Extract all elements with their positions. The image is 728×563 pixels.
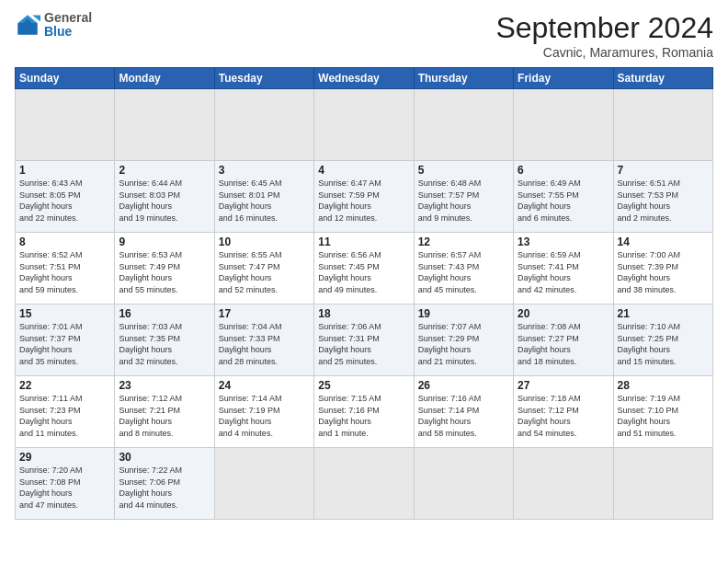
table-cell: 30Sunrise: 7:22 AMSunset: 7:06 PMDayligh… [115,448,214,520]
table-cell: 10Sunrise: 6:55 AMSunset: 7:47 PMDayligh… [214,233,313,304]
col-fri: Friday [514,68,613,89]
table-cell: 5Sunrise: 6:48 AMSunset: 7:57 PMDaylight… [414,161,513,233]
day-number: 15 [19,307,110,320]
day-number: 7 [618,164,709,177]
table-cell: 12Sunrise: 6:57 AMSunset: 7:43 PMDayligh… [414,233,513,304]
table-cell [214,89,313,161]
day-info: Sunrise: 6:59 AMSunset: 7:41 PMDaylight … [518,249,609,295]
day-number: 22 [19,379,110,392]
table-cell [214,448,313,520]
day-info: Sunrise: 7:07 AMSunset: 7:29 PMDaylight … [418,321,509,367]
day-info: Sunrise: 7:18 AMSunset: 7:12 PMDaylight … [518,393,609,439]
day-info: Sunrise: 7:01 AMSunset: 7:37 PMDaylight … [19,321,110,367]
day-info: Sunrise: 6:52 AMSunset: 7:51 PMDaylight … [19,249,110,295]
day-info: Sunrise: 6:45 AMSunset: 8:01 PMDaylight … [219,178,310,224]
day-info: Sunrise: 6:53 AMSunset: 7:49 PMDaylight … [119,249,210,295]
day-info: Sunrise: 6:57 AMSunset: 7:43 PMDaylight … [418,249,509,295]
logo-icon [15,12,40,38]
table-cell: 9Sunrise: 6:53 AMSunset: 7:49 PMDaylight… [115,233,214,304]
subtitle: Cavnic, Maramures, Romania [495,45,713,60]
table-cell: 27Sunrise: 7:18 AMSunset: 7:12 PMDayligh… [514,376,613,448]
table-cell: 1Sunrise: 6:43 AMSunset: 8:05 PMDaylight… [16,161,115,233]
table-row: 29Sunrise: 7:20 AMSunset: 7:08 PMDayligh… [16,448,713,520]
table-cell [514,89,613,161]
day-number: 1 [19,164,110,177]
day-info: Sunrise: 7:16 AMSunset: 7:14 PMDaylight … [418,393,509,439]
day-number: 2 [119,164,210,177]
logo-blue: Blue [44,24,72,39]
day-number: 10 [219,236,310,248]
day-number: 6 [518,164,609,177]
table-cell: 15Sunrise: 7:01 AMSunset: 7:37 PMDayligh… [16,304,115,376]
day-info: Sunrise: 7:19 AMSunset: 7:10 PMDaylight … [618,393,709,439]
day-number: 8 [19,236,110,248]
col-sun: Sunday [16,68,115,89]
table-cell [414,448,513,520]
logo-text: General Blue [44,11,92,40]
day-info: Sunrise: 6:56 AMSunset: 7:45 PMDaylight … [318,249,409,295]
table-cell: 25Sunrise: 7:15 AMSunset: 7:16 PMDayligh… [314,376,414,448]
day-info: Sunrise: 7:00 AMSunset: 7:39 PMDaylight … [618,249,709,295]
table-row [16,89,713,161]
table-row: 15Sunrise: 7:01 AMSunset: 7:37 PMDayligh… [16,304,713,376]
day-number: 25 [318,379,409,392]
table-cell: 13Sunrise: 6:59 AMSunset: 7:41 PMDayligh… [514,233,613,304]
day-info: Sunrise: 7:06 AMSunset: 7:31 PMDaylight … [318,321,409,367]
logo: General Blue [15,11,92,40]
day-info: Sunrise: 6:55 AMSunset: 7:47 PMDaylight … [219,249,310,295]
day-number: 3 [219,164,310,177]
day-number: 26 [418,379,509,392]
table-cell: 2Sunrise: 6:44 AMSunset: 8:03 PMDaylight… [115,161,214,233]
table-cell: 26Sunrise: 7:16 AMSunset: 7:14 PMDayligh… [414,376,513,448]
table-cell: 6Sunrise: 6:49 AMSunset: 7:55 PMDaylight… [514,161,613,233]
day-info: Sunrise: 7:04 AMSunset: 7:33 PMDaylight … [219,321,310,367]
day-info: Sunrise: 7:20 AMSunset: 7:08 PMDaylight … [19,465,110,511]
table-cell [314,448,414,520]
day-number: 14 [618,236,709,248]
day-info: Sunrise: 6:48 AMSunset: 7:57 PMDaylight … [418,178,509,224]
day-info: Sunrise: 6:47 AMSunset: 7:59 PMDaylight … [318,178,409,224]
day-number: 18 [318,307,409,320]
day-info: Sunrise: 7:22 AMSunset: 7:06 PMDaylight … [119,465,210,511]
day-info: Sunrise: 6:51 AMSunset: 7:53 PMDaylight … [618,178,709,224]
table-cell [514,448,613,520]
day-number: 27 [518,379,609,392]
day-number: 9 [119,236,210,248]
day-number: 4 [318,164,409,177]
header-row: Sunday Monday Tuesday Wednesday Thursday… [16,68,713,89]
table-cell [314,89,414,161]
day-info: Sunrise: 7:08 AMSunset: 7:27 PMDaylight … [518,321,609,367]
table-cell: 19Sunrise: 7:07 AMSunset: 7:29 PMDayligh… [414,304,513,376]
header: General Blue September 2024 Cavnic, Mara… [15,11,713,60]
table-cell: 28Sunrise: 7:19 AMSunset: 7:10 PMDayligh… [613,376,712,448]
day-number: 12 [418,236,509,248]
table-row: 8Sunrise: 6:52 AMSunset: 7:51 PMDaylight… [16,233,713,304]
day-number: 28 [618,379,709,392]
day-number: 5 [418,164,509,177]
col-mon: Monday [115,68,214,89]
table-cell: 11Sunrise: 6:56 AMSunset: 7:45 PMDayligh… [314,233,414,304]
day-info: Sunrise: 7:03 AMSunset: 7:35 PMDaylight … [119,321,210,367]
col-thu: Thursday [414,68,513,89]
table-cell: 14Sunrise: 7:00 AMSunset: 7:39 PMDayligh… [613,233,712,304]
col-tue: Tuesday [214,68,313,89]
day-number: 21 [618,307,709,320]
table-cell: 22Sunrise: 7:11 AMSunset: 7:23 PMDayligh… [16,376,115,448]
day-info: Sunrise: 6:49 AMSunset: 7:55 PMDaylight … [518,178,609,224]
table-cell: 3Sunrise: 6:45 AMSunset: 8:01 PMDaylight… [214,161,313,233]
col-wed: Wednesday [314,68,414,89]
day-number: 16 [119,307,210,320]
table-cell: 21Sunrise: 7:10 AMSunset: 7:25 PMDayligh… [613,304,712,376]
table-cell: 8Sunrise: 6:52 AMSunset: 7:51 PMDaylight… [16,233,115,304]
table-cell: 7Sunrise: 6:51 AMSunset: 7:53 PMDaylight… [613,161,712,233]
table-cell [414,89,513,161]
day-number: 29 [19,451,110,464]
day-info: Sunrise: 6:44 AMSunset: 8:03 PMDaylight … [119,178,210,224]
table-row: 22Sunrise: 7:11 AMSunset: 7:23 PMDayligh… [16,376,713,448]
day-info: Sunrise: 7:11 AMSunset: 7:23 PMDaylight … [19,393,110,439]
svg-rect-2 [18,24,38,35]
table-cell: 18Sunrise: 7:06 AMSunset: 7:31 PMDayligh… [314,304,414,376]
day-info: Sunrise: 7:12 AMSunset: 7:21 PMDaylight … [119,393,210,439]
table-cell: 16Sunrise: 7:03 AMSunset: 7:35 PMDayligh… [115,304,214,376]
table-cell: 20Sunrise: 7:08 AMSunset: 7:27 PMDayligh… [514,304,613,376]
